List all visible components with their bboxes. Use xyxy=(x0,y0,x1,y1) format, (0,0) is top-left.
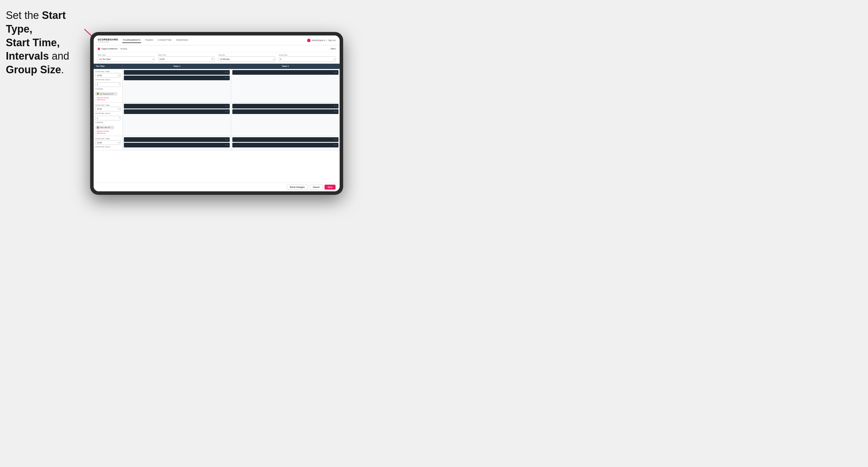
breadcrumb-left: C Clippd Invitational / Hosting xyxy=(98,48,127,50)
starting-time-input-wrap-2: 🕙 xyxy=(95,107,121,112)
back-button[interactable]: ‹ Back xyxy=(330,48,336,50)
remove-icon-2: ○ xyxy=(95,130,97,132)
player-row-2-t1-1: × ○ xyxy=(124,104,230,108)
intervals-label: Intervals xyxy=(218,54,275,56)
group-size-label: Group Size xyxy=(279,54,336,56)
player-remove-2-t1-1[interactable]: × ○ xyxy=(225,105,228,107)
table-header: Tee Time Team 1 Team 2 xyxy=(94,64,340,69)
player-row-2-t2-1: × ○ xyxy=(232,104,339,108)
starting-hole-select-1[interactable]: 1 xyxy=(95,82,121,87)
starting-time-input-3[interactable] xyxy=(95,140,121,145)
player-remove-1-t1-1[interactable]: × ○ xyxy=(225,71,228,73)
course-name-1: (A) Peachtree GC xyxy=(100,93,114,95)
th-team2: Team 2 xyxy=(231,64,340,69)
settings-row: Start Type 1st Tee Start ▾ Start Time 10… xyxy=(94,52,340,64)
group-1-left-panel: STARTING TIME: 🕙 STARTING HOLE: 1 ▾ COUR… xyxy=(94,69,123,102)
group-row-2: STARTING TIME: 🕙 STARTING HOLE: 1 ▾ COUR… xyxy=(94,103,340,136)
tab-teams[interactable]: TEAMS xyxy=(145,37,154,43)
starting-time-label-3: STARTING TIME: xyxy=(95,138,121,139)
player-row-3-t1-2: × ○ xyxy=(124,143,230,148)
starting-hole-select-wrap-1: 1 ▾ xyxy=(95,81,121,87)
course-icon-2: ⛳ xyxy=(97,126,99,128)
remove-group-2[interactable]: ○ Remove Group xyxy=(95,130,121,132)
course-icon-1: ⛳ xyxy=(97,93,99,95)
nav-tabs: TOURNAMENTS TEAMS COMMITTEE RANKINGS xyxy=(122,37,307,43)
instruction-text: Set the Start Type, Start Time, Interval… xyxy=(6,9,90,77)
player-remove-2-t1-2[interactable]: × ○ xyxy=(225,111,228,113)
remove-icon-1: ○ xyxy=(95,97,97,99)
starting-time-input-wrap-1: 🕙 xyxy=(95,73,121,77)
player-remove-2-t2-1[interactable]: × ○ xyxy=(334,105,337,107)
start-type-label: Start Type xyxy=(98,54,155,56)
nav-right: blair@clippd.io | Sign out xyxy=(307,39,336,42)
start-time-select[interactable]: 10:00 xyxy=(158,56,215,62)
player-remove-3-t2-1[interactable]: × ○ xyxy=(334,138,337,141)
group-2-team1-col: × ○ × ○ xyxy=(123,103,231,136)
course-remove-2[interactable]: × xyxy=(112,126,113,128)
player-row-3-t2-2: × ○ xyxy=(232,143,339,148)
group-3-team2-col: × ○ × ○ xyxy=(231,136,340,150)
group-size-select[interactable]: 3 xyxy=(279,56,336,62)
starting-time-input-2[interactable] xyxy=(95,107,121,112)
starting-hole-select-wrap-2: 1 ▾ xyxy=(95,115,121,121)
add-group-1[interactable]: + Add Group xyxy=(95,99,121,101)
start-time-group: Start Time 10:00 🕙 xyxy=(158,54,215,62)
sign-out-link[interactable]: Sign out xyxy=(328,39,336,41)
logo-text: SCOREBOARD xyxy=(98,38,118,41)
player-remove-3-t1-1[interactable]: × ○ xyxy=(225,138,228,141)
clock-icon-2: 🕙 xyxy=(118,108,120,110)
group-2-left-panel: STARTING TIME: 🕙 STARTING HOLE: 1 ▾ COUR… xyxy=(94,103,123,136)
group-2-team2-col: × ○ × ○ xyxy=(231,103,340,136)
intervals-group: Intervals 10 Minutes ▾ xyxy=(218,54,275,62)
clock-icon-3: 🕙 xyxy=(118,142,120,144)
group-size-group: Group Size 3 ▾ xyxy=(279,54,336,62)
th-team1: Team 1 xyxy=(123,64,231,69)
player-row-3-t2-1: × ○ xyxy=(232,137,339,142)
user-avatar xyxy=(307,39,311,42)
tab-committee[interactable]: COMMITTEE xyxy=(157,37,172,43)
add-group-2[interactable]: + Add Group xyxy=(95,132,121,134)
remove-group-1[interactable]: ○ Remove Group xyxy=(95,97,121,99)
player-row-2-t1-2: × ○ xyxy=(124,109,230,114)
course-label-1: COURSE: xyxy=(95,88,121,90)
course-tag-2: ⛳ East Lake GC × xyxy=(95,126,114,129)
intervals-select[interactable]: 10 Minutes xyxy=(218,56,275,62)
course-remove-1[interactable]: × xyxy=(115,93,116,95)
main-table-area: Tee Time Team 1 Team 2 STARTING TIME: 🕙 … xyxy=(94,64,340,183)
start-type-select-wrapper: 1st Tee Start ▾ xyxy=(98,56,155,62)
course-label-2: COURSE: xyxy=(95,122,121,123)
tab-rankings[interactable]: RANKINGS xyxy=(176,37,189,43)
action-links-1: ○ Remove Group + Add Group xyxy=(95,97,121,101)
group-size-select-wrapper: 3 ▾ xyxy=(279,56,336,62)
start-time-label: Start Time xyxy=(158,54,215,56)
course-name-2: East Lake GC xyxy=(100,126,111,128)
course-tag-1: ⛳ (A) Peachtree GC × xyxy=(95,92,117,95)
tab-tournaments[interactable]: TOURNAMENTS xyxy=(122,37,141,43)
group-1-team2-col: × ○ xyxy=(231,69,340,102)
player-row-2-t2-2: × ○ xyxy=(232,109,339,114)
user-email: blair@clippd.io xyxy=(312,39,325,41)
starting-time-label-2: STARTING TIME: xyxy=(95,104,121,106)
player-remove-3-t1-2[interactable]: × ○ xyxy=(225,144,228,146)
save-button[interactable]: Save xyxy=(324,185,336,190)
player-remove-1-t1-2[interactable]: × ○ xyxy=(225,77,228,79)
group-1-team1-col: × ○ × ○ xyxy=(123,69,231,102)
starting-time-input-1[interactable] xyxy=(95,73,121,77)
breadcrumb-bar: C Clippd Invitational / Hosting ‹ Back xyxy=(94,45,340,52)
player-row-1-t1-1: × ○ xyxy=(124,70,230,75)
group-3-team1-col: × ○ × ○ xyxy=(123,136,231,150)
breadcrumb-tournament[interactable]: Clippd Invitational xyxy=(101,48,117,50)
breadcrumb-separator: / xyxy=(118,48,119,50)
group-row-1: STARTING TIME: 🕙 STARTING HOLE: 1 ▾ COUR… xyxy=(94,69,340,103)
reset-changes-button[interactable]: Reset Changes xyxy=(287,185,308,190)
start-type-select[interactable]: 1st Tee Start xyxy=(98,56,155,62)
starting-hole-select-2[interactable]: 1 xyxy=(95,116,121,120)
player-remove-2-t2-2[interactable]: × ○ xyxy=(334,111,337,113)
cancel-button[interactable]: Cancel xyxy=(310,185,323,190)
player-remove-3-t2-2[interactable]: × ○ xyxy=(334,144,337,146)
clock-icon-1: 🕙 xyxy=(118,74,120,76)
breadcrumb-hosting: Hosting xyxy=(120,48,127,50)
action-links-2: ○ Remove Group + Add Group xyxy=(95,130,121,134)
player-remove-1-t2-1[interactable]: × ○ xyxy=(334,71,337,73)
player-row-1-t2-1: × ○ xyxy=(232,70,339,75)
